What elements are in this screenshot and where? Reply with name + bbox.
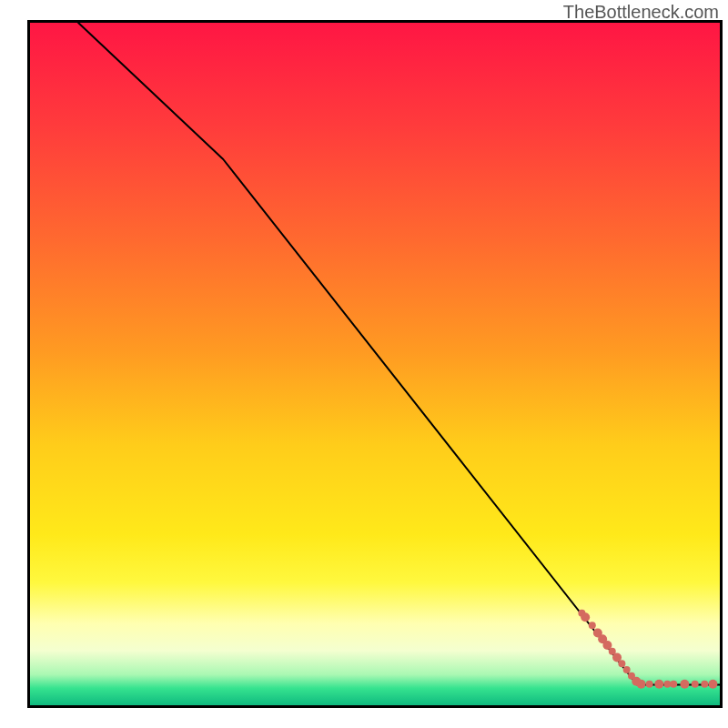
plot-area xyxy=(27,20,723,708)
chart-frame: TheBottleneck.com xyxy=(0,0,728,728)
background-gradient xyxy=(30,23,720,705)
